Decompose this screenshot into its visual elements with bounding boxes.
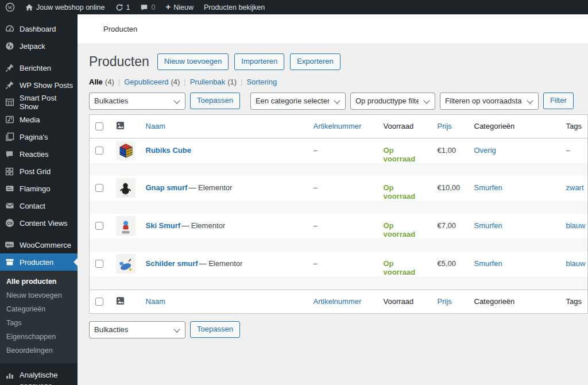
product-name-suffix: — Elementor <box>188 183 232 192</box>
site-name-link[interactable]: Jouw webshop online <box>20 0 110 14</box>
view-sortering[interactable]: Sortering <box>246 78 277 86</box>
product-thumbnail-gnap-smurf[interactable] <box>116 191 136 199</box>
product-thumbnail-schilder-smurf[interactable] <box>116 267 136 275</box>
column-header-naam[interactable]: Naam <box>146 297 166 306</box>
category-filter-select[interactable]: Een categorie selecteren <box>250 93 346 110</box>
admin-bar: W Jouw webshop online 1 0 + Nieuw Produc… <box>0 0 588 14</box>
view-count: (4) <box>105 78 114 86</box>
table-row: Gnap smurf— Elementor – Op voorraad €10,… <box>90 176 588 214</box>
row-checkbox[interactable] <box>95 147 103 155</box>
sidebar-item-flamingo[interactable]: Flamingo <box>0 180 78 197</box>
product-thumbnail-ski-smurf[interactable] <box>116 229 136 237</box>
stock-status-filter-select[interactable]: Filteren op voorraadstatus <box>440 93 539 110</box>
column-header-prijs[interactable]: Prijs <box>438 297 452 306</box>
address-card-icon <box>5 184 14 194</box>
comments-menu[interactable]: 0 <box>135 0 160 14</box>
submenu-tags[interactable]: Tags <box>0 316 78 330</box>
submenu-categorieen[interactable]: Categorieën <box>0 302 78 316</box>
sidebar-item-producten[interactable]: Producten <box>0 253 78 271</box>
submenu-alle-producten[interactable]: Alle producten <box>0 275 78 288</box>
featured-image-column-icon <box>116 121 134 132</box>
product-type-filter-select[interactable]: Op producttype filteren <box>350 93 435 110</box>
column-header-artikelnummer[interactable]: Artikelnummer <box>314 122 362 130</box>
view-count: (1) <box>227 78 237 86</box>
site-name-label: Jouw webshop online <box>36 3 105 11</box>
comments-count: 0 <box>151 3 155 11</box>
category-link[interactable]: Overig <box>474 146 496 155</box>
sidebar-item-label: Post Grid <box>20 167 51 176</box>
sidebar-item-woocommerce[interactable]: Woo WooCommerce <box>0 236 78 253</box>
list-view-filters: Alle(4) Gepubliceerd(4) Prullenbak(1) So… <box>89 78 588 86</box>
select-all-checkbox[interactable] <box>95 122 103 130</box>
wordpress-logo-menu[interactable]: W <box>0 0 20 14</box>
bulk-actions-select[interactable]: Bulkacties <box>89 321 185 338</box>
view-count: (4) <box>171 78 180 86</box>
column-header-tags: Tags <box>566 297 582 306</box>
product-thumbnail-rubiks-cube[interactable] <box>116 153 136 162</box>
stock-status: Op voorraad <box>384 146 416 163</box>
tag-link[interactable]: blauw <box>566 259 586 268</box>
apply-button[interactable]: Toepassen <box>190 93 240 109</box>
view-prullenbak[interactable]: Prullenbak <box>190 78 225 86</box>
stock-status: Op voorraad <box>384 221 416 238</box>
view-gepubliceerd[interactable]: Gepubliceerd <box>124 78 168 86</box>
submenu-beoordelingen[interactable]: Beoordelingen <box>0 344 78 357</box>
bulk-actions-select[interactable]: Bulkacties <box>89 93 185 110</box>
add-new-button[interactable]: Nieuw toevoegen <box>157 53 229 70</box>
export-button[interactable]: Exporteren <box>290 53 341 70</box>
sidebar-item-label: Flamingo <box>20 184 50 193</box>
price-value: €1,00 <box>438 146 457 155</box>
row-checkbox[interactable] <box>95 184 103 192</box>
row-checkbox[interactable] <box>95 222 103 230</box>
page-title: Producten <box>89 54 149 70</box>
column-header-naam[interactable]: Naam <box>146 122 166 130</box>
sidebar-item-content-views[interactable]: CV Content Views <box>0 214 78 232</box>
sidebar-item-paginas[interactable]: Pagina's <box>0 128 78 145</box>
sidebar-item-wp-show-posts[interactable]: WP Show Posts <box>0 76 78 94</box>
products-box-icon <box>5 257 14 267</box>
sidebar-item-jetpack[interactable]: Jetpack <box>0 37 78 55</box>
new-content-menu[interactable]: + Nieuw <box>160 0 199 14</box>
column-header-categorieen: Categorieën <box>474 122 515 130</box>
import-button[interactable]: Importeren <box>234 53 284 70</box>
product-name-link[interactable]: Schilder smurf <box>146 259 198 268</box>
category-link[interactable]: Smurfen <box>474 221 502 230</box>
view-products-link[interactable]: Producten bekijken <box>199 0 270 14</box>
comment-icon <box>5 149 14 159</box>
table-icon <box>5 98 14 107</box>
select-all-checkbox[interactable] <box>95 298 103 306</box>
submenu-nieuw-toevoegen[interactable]: Nieuw toevoegen <box>0 288 78 302</box>
sidebar-item-media[interactable]: Media <box>0 111 78 128</box>
sidebar-item-label: Media <box>20 116 40 124</box>
filter-button[interactable]: Filter <box>543 93 574 109</box>
submenu-eigenschappen[interactable]: Eigenschappen <box>0 330 78 344</box>
column-header-categorieen: Categorieën <box>474 297 515 306</box>
sidebar-item-post-grid[interactable]: Post Grid <box>0 163 78 180</box>
sidebar-item-reacties[interactable]: Reacties <box>0 145 78 163</box>
pages-icon <box>5 132 14 142</box>
view-alle[interactable]: Alle <box>89 78 103 86</box>
sidebar-item-smart-post-show[interactable]: Smart Post Show <box>0 94 78 111</box>
tag-link[interactable]: blauw <box>566 221 586 230</box>
sidebar-item-analytics[interactable]: Analytische gegevens <box>0 363 78 385</box>
table-toolbar-top: Bulkacties Toepassen Een categorie selec… <box>89 93 588 110</box>
product-name-link[interactable]: Rubiks Cube <box>146 146 191 155</box>
row-checkbox[interactable] <box>95 260 103 268</box>
sidebar-item-label: WP Show Posts <box>20 81 73 90</box>
sidebar-item-contact[interactable]: Contact <box>0 197 78 214</box>
table-row: Ski Smurf— Elementor – Op voorraad €7,00… <box>90 214 588 252</box>
updates-menu[interactable]: 1 <box>110 0 136 14</box>
products-table: Naam Artikelnummer Voorraad Prijs Catego… <box>89 114 588 314</box>
product-name-link[interactable]: Ski Smurf <box>146 221 181 230</box>
apply-button[interactable]: Toepassen <box>190 321 240 338</box>
category-link[interactable]: Smurfen <box>474 183 502 192</box>
sidebar-item-dashboard[interactable]: Dashboard <box>0 20 78 37</box>
sidebar-item-berichten[interactable]: Berichten <box>0 59 78 76</box>
sku-value: – <box>314 259 318 268</box>
sku-value: – <box>314 183 318 192</box>
tag-link[interactable]: zwart <box>566 183 584 192</box>
column-header-prijs[interactable]: Prijs <box>438 122 452 130</box>
category-link[interactable]: Smurfen <box>474 259 502 268</box>
product-name-link[interactable]: Gnap smurf <box>146 183 188 192</box>
column-header-artikelnummer[interactable]: Artikelnummer <box>314 297 362 306</box>
